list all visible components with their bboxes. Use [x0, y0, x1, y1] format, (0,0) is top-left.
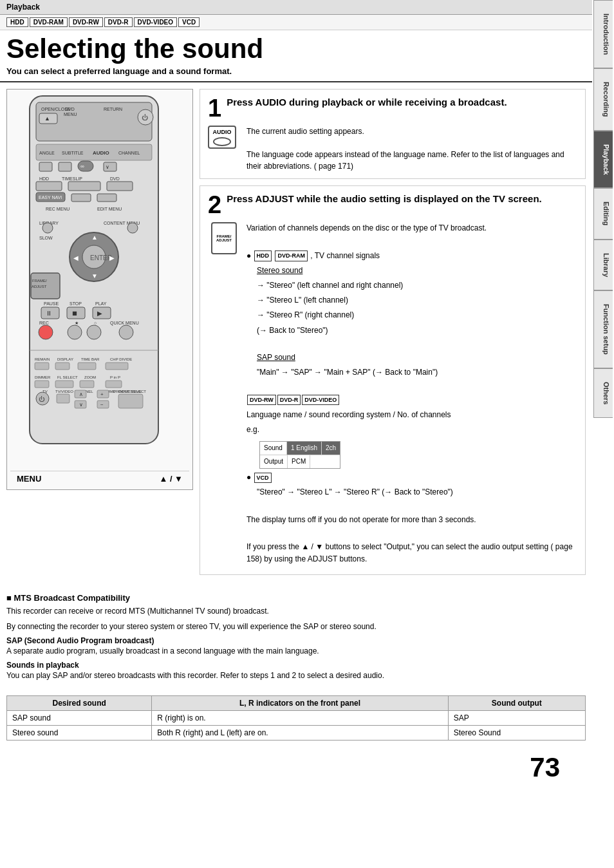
svg-rect-79: [55, 381, 73, 388]
arrows-label: ▲ / ▼: [159, 474, 183, 484]
adjust-icon-container: FRAME/ADJUST: [208, 222, 240, 254]
tab-recording[interactable]: Recording: [593, 68, 613, 130]
mts-text1: This recorder can receive or record MTS …: [6, 605, 586, 617]
section-label: Playback: [6, 3, 40, 12]
svg-rect-71: [55, 363, 70, 370]
tab-editing[interactable]: Editing: [593, 188, 613, 239]
eg-label: e.g.: [247, 424, 577, 436]
remote-section: OPEN/CLOSE ▲ DVD MENU RETURN ⏻ ANGLE: [6, 89, 193, 581]
svg-text:+: +: [100, 392, 104, 397]
step2-block: 2 Press ADJUST while the audio setting i…: [200, 185, 586, 575]
svg-text:∨: ∨: [106, 164, 109, 170]
svg-text:PLAY: PLAY: [95, 301, 107, 306]
svg-text:◀: ◀: [73, 254, 79, 261]
svg-text:⏻: ⏻: [142, 114, 148, 121]
svg-rect-80: [80, 381, 94, 388]
page-number: 73: [0, 746, 592, 789]
svg-text:ADJUST: ADJUST: [32, 285, 47, 288]
svg-text:ZOOM: ZOOM: [84, 375, 96, 379]
sounds-text: You can play SAP and/or stereo broadcast…: [6, 670, 586, 681]
svg-rect-28: [97, 194, 116, 202]
svg-rect-72: [78, 363, 96, 370]
svg-text:REC MENU: REC MENU: [46, 207, 70, 211]
badge-dvdr: DVD-R: [104, 17, 133, 27]
svg-text:ANGLE: ANGLE: [39, 151, 55, 155]
svg-rect-78: [35, 381, 49, 388]
tab-playback[interactable]: Playback: [593, 131, 613, 189]
tab-others[interactable]: Others: [593, 368, 613, 418]
svg-rect-73: [106, 363, 128, 370]
page-subtitle: You can select a preferred language and …: [6, 66, 586, 76]
tab-function-setup[interactable]: Function setup: [593, 290, 613, 368]
step2-title: Press ADJUST while the audio setting is …: [227, 193, 542, 205]
svg-point-61: [39, 325, 53, 339]
main-content: OPEN/CLOSE ▲ DVD MENU RETURN ⏻ ANGLE: [0, 82, 592, 588]
svg-text:HDD: HDD: [39, 176, 49, 181]
svg-text:EASY NAVI: EASY NAVI: [39, 195, 62, 200]
svg-rect-24: [36, 182, 62, 191]
svg-text:REC: REC: [39, 321, 49, 325]
cell-stereo-sound: Stereo sound: [7, 726, 152, 741]
svg-text:⏹: ⏹: [71, 310, 78, 317]
step2-number: 2: [208, 193, 221, 217]
svg-text:REMAIN: REMAIN: [35, 357, 50, 361]
tab-library[interactable]: Library: [593, 240, 613, 290]
svg-text:DVD: DVD: [110, 176, 120, 181]
step2-content: FRAME/ADJUST Variation of channels depen…: [208, 222, 577, 568]
svg-text:CHP DIVIDE: CHP DIVIDE: [110, 357, 132, 361]
svg-text:EDIT MENU: EDIT MENU: [97, 207, 122, 211]
svg-text:TIME BAR: TIME BAR: [81, 357, 100, 361]
svg-rect-26: [107, 182, 133, 191]
cell-sound: Sound: [260, 442, 287, 455]
svg-text:DIMMER: DIMMER: [35, 375, 51, 379]
svg-text:TIMESLIP: TIMESLIP: [62, 176, 82, 181]
badge-hdd: HDD: [6, 17, 28, 27]
svg-text:FRAME/: FRAME/: [32, 279, 47, 283]
svg-text:DVD: DVD: [65, 107, 75, 111]
cell-empty: [310, 455, 318, 468]
svg-text:⏻: ⏻: [39, 396, 45, 402]
top-bar: Playback: [0, 0, 592, 15]
step1-header: 1 Press AUDIO during playback or while r…: [208, 96, 577, 120]
cell-both-on: Both R (right) and L (left) are on.: [152, 726, 448, 741]
dvdrw-text: Language name / sound recording system /…: [247, 409, 577, 421]
svg-text:INPUT SELECT: INPUT SELECT: [118, 390, 146, 393]
svg-rect-89: [57, 394, 70, 403]
svg-text:AUDIO: AUDIO: [93, 150, 109, 156]
svg-rect-25: [68, 182, 100, 191]
svg-text:SLOW: SLOW: [39, 236, 53, 240]
svg-text:▼: ▼: [91, 272, 98, 279]
col-sound-output: Sound output: [448, 696, 585, 711]
stereo-line-3: → "Stereo R" (right channel): [257, 309, 577, 321]
svg-text:ENTER: ENTER: [90, 254, 112, 261]
svg-text:▶: ▶: [97, 310, 102, 317]
display-off-text: The display turns off if you do not oper…: [247, 514, 577, 526]
svg-text:PAUSE: PAUSE: [44, 301, 59, 306]
menu-label: MENU: [17, 474, 41, 484]
svg-text:∧: ∧: [79, 392, 83, 397]
adjust-shape: FRAME/ADJUST: [211, 222, 237, 254]
page-title: Selecting the sound: [6, 34, 586, 64]
display-row-1: Sound 1 English 2ch: [260, 442, 340, 455]
audio-circle: AUDIO: [208, 126, 236, 149]
cell-r-on: R (right) is on.: [152, 711, 448, 726]
svg-text:RETURN: RETURN: [104, 107, 122, 111]
svg-text:FL SELECT: FL SELECT: [57, 375, 78, 379]
sap-sound-text: "Main" → "SAP" → "Main + SAP" (→ Back to…: [257, 366, 577, 379]
table-header-row: Desired sound L, R indicators on the fro…: [7, 696, 586, 711]
audio-oval: [213, 137, 231, 146]
step1-text1: The current audio setting appears.: [247, 126, 577, 137]
svg-text:★: ★: [75, 321, 79, 325]
svg-point-35: [42, 223, 53, 233]
svg-point-64: [119, 325, 133, 339]
svg-text:▲: ▲: [44, 115, 50, 122]
tab-introduction[interactable]: Introduction: [593, 0, 613, 68]
cell-output: Output: [260, 455, 288, 468]
remote-svg: OPEN/CLOSE ▲ DVD MENU RETURN ⏻ ANGLE: [10, 93, 178, 466]
disc-badges: HDD DVD-RAM DVD-RW DVD-R DVD-VIDEO VCD: [0, 15, 592, 30]
cell-english: 1 English: [287, 442, 322, 455]
step2-header: 2 Press ADJUST while the audio setting i…: [208, 193, 577, 217]
adjust-button-text: If you press the ▲ / ▼ buttons to select…: [247, 541, 577, 565]
svg-rect-70: [35, 363, 49, 370]
cell-2ch: 2ch: [322, 442, 340, 455]
